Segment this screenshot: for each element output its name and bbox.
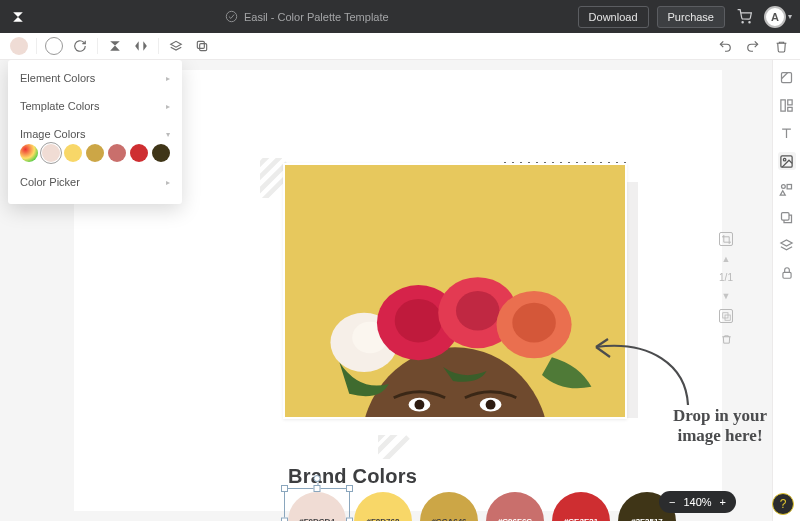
svg-point-76 <box>414 400 424 410</box>
canvas[interactable]: Drop in your image here! Brand Colors #F… <box>0 60 772 521</box>
zoom-control: − 140% + <box>659 491 736 513</box>
image-thumb-swatch[interactable] <box>20 144 38 162</box>
svg-rect-95 <box>788 107 792 111</box>
redo-button[interactable] <box>744 37 762 55</box>
page-indicator: 1/1 <box>719 272 733 283</box>
document-title-area: Easil - Color Palette Template <box>36 10 578 23</box>
duplicate-tool[interactable] <box>193 37 211 55</box>
zoom-out-button[interactable]: − <box>669 496 675 508</box>
account-menu[interactable]: A ▾ <box>764 6 792 28</box>
svg-point-84 <box>456 291 499 331</box>
scale-tool[interactable] <box>106 37 124 55</box>
brand-swatch[interactable]: #CCA646 <box>420 492 478 521</box>
svg-point-82 <box>395 299 442 342</box>
app-header: Easil - Color Palette Template Download … <box>0 0 800 33</box>
template-colors-item[interactable]: Template Colors▸ <box>8 92 182 120</box>
cart-icon[interactable] <box>733 9 756 24</box>
text-icon[interactable] <box>778 124 796 142</box>
resize-handle-ne[interactable] <box>346 485 353 492</box>
page-navigator: ▲ 1/1 ▼ <box>708 60 744 521</box>
fill-color-tool[interactable] <box>10 37 28 55</box>
right-tool-rail <box>772 60 800 521</box>
image-color-swatch[interactable] <box>152 144 170 162</box>
layers-tool[interactable] <box>167 37 185 55</box>
svg-rect-93 <box>781 99 785 110</box>
zoom-in-button[interactable]: + <box>720 496 726 508</box>
download-button[interactable]: Download <box>578 6 649 28</box>
brand-swatch[interactable]: #C96F6C <box>486 492 544 521</box>
resize-handle-e[interactable] <box>346 518 353 522</box>
delete-page-icon[interactable] <box>721 331 732 349</box>
brand-swatch[interactable]: #CE2E31 <box>552 492 610 521</box>
brand-swatch-label: #F8D768 <box>367 517 400 522</box>
brand-swatch-label: #3F3517 <box>631 517 663 522</box>
check-circle-icon <box>225 10 238 23</box>
svg-rect-99 <box>787 184 791 188</box>
element-colors-item[interactable]: Element Colors▸ <box>8 64 182 92</box>
elements-icon[interactable] <box>778 180 796 198</box>
rotation-handle[interactable] <box>314 475 321 482</box>
page-up-button[interactable]: ▲ <box>722 254 731 264</box>
selection-outline[interactable] <box>284 488 350 521</box>
chevron-down-icon: ▾ <box>788 12 792 21</box>
outline-tool[interactable] <box>45 37 63 55</box>
image-color-swatches <box>8 144 182 168</box>
image-color-swatch[interactable] <box>108 144 126 162</box>
brand-swatch-label: #C96F6C <box>498 517 532 522</box>
image-color-swatch[interactable] <box>42 144 60 162</box>
page-down-button[interactable]: ▼ <box>722 291 731 301</box>
svg-rect-100 <box>782 212 790 220</box>
document-title: Easil - Color Palette Template <box>244 11 389 23</box>
flip-h-tool[interactable] <box>132 37 150 55</box>
delete-button[interactable] <box>772 37 790 55</box>
help-button[interactable]: ? <box>772 493 794 515</box>
svg-point-0 <box>226 11 236 21</box>
svg-point-78 <box>486 400 496 410</box>
color-picker-item[interactable]: Color Picker▸ <box>8 168 182 196</box>
image-color-swatch[interactable] <box>86 144 104 162</box>
images-icon[interactable] <box>778 152 796 170</box>
svg-rect-101 <box>782 272 790 278</box>
svg-point-2 <box>749 22 750 23</box>
logo-icon <box>10 9 26 25</box>
image-color-swatch[interactable] <box>130 144 148 162</box>
app-logo[interactable] <box>0 0 36 33</box>
chevron-down-icon: ▸ <box>164 132 173 136</box>
resize-handle-n[interactable] <box>314 485 321 492</box>
undo-button[interactable] <box>716 37 734 55</box>
purchase-button[interactable]: Purchase <box>657 6 725 28</box>
zoom-value[interactable]: 140% <box>683 496 711 508</box>
brand-icon[interactable] <box>778 208 796 226</box>
layout-icon[interactable] <box>778 96 796 114</box>
hero-image[interactable] <box>283 163 627 419</box>
crop-page-icon[interactable] <box>719 232 733 246</box>
arrow-annotation <box>590 325 700 411</box>
svg-rect-4 <box>197 41 204 48</box>
rotate-tool[interactable] <box>71 37 89 55</box>
color-dropdown-panel: Element Colors▸ Template Colors▸ Image C… <box>8 60 182 204</box>
resize-handle-w[interactable] <box>281 518 288 522</box>
svg-point-86 <box>512 303 555 343</box>
chevron-right-icon: ▸ <box>166 102 170 111</box>
chevron-right-icon: ▸ <box>166 74 170 83</box>
resize-icon[interactable] <box>778 68 796 86</box>
resize-handle-nw[interactable] <box>281 485 288 492</box>
svg-point-97 <box>783 158 786 161</box>
svg-point-1 <box>742 22 743 23</box>
image-colors-item[interactable]: Image Colors▸ <box>8 120 182 144</box>
brand-swatch-label: #CE2E31 <box>564 517 598 522</box>
lock-icon[interactable] <box>778 264 796 282</box>
avatar: A <box>764 6 786 28</box>
brand-swatch-label: #CCA646 <box>431 517 466 522</box>
svg-rect-3 <box>200 44 207 51</box>
decor-stripes-bottom <box>378 435 410 459</box>
duplicate-page-icon[interactable] <box>719 309 733 323</box>
brand-swatch[interactable]: #F8D768 <box>354 492 412 521</box>
layers-panel-icon[interactable] <box>778 236 796 254</box>
chevron-right-icon: ▸ <box>166 178 170 187</box>
svg-point-98 <box>782 184 786 188</box>
svg-rect-94 <box>788 99 792 104</box>
image-color-swatch[interactable] <box>64 144 82 162</box>
context-toolbar <box>0 33 800 60</box>
